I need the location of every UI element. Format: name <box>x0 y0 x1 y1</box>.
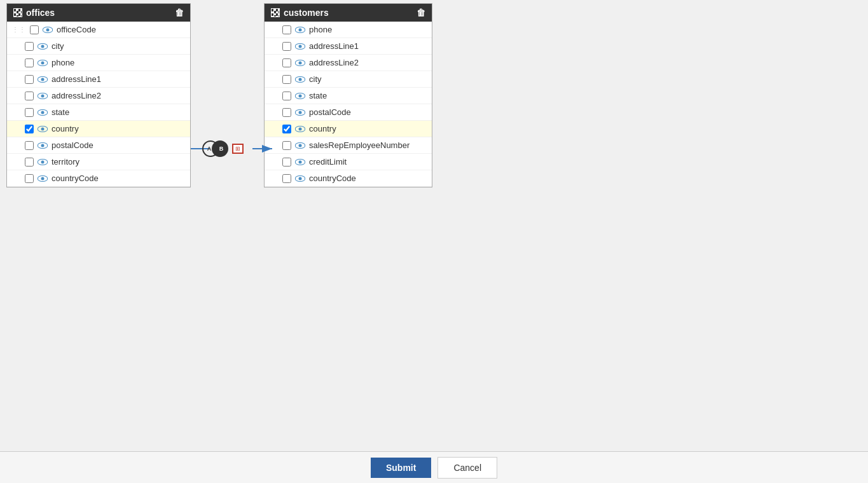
offices-field-row: addressLine2 <box>7 88 190 104</box>
customers-fields: phoneaddressLine1addressLine2citystatepo… <box>265 22 432 187</box>
field-checkbox[interactable] <box>282 25 291 34</box>
field-checkbox[interactable] <box>282 75 291 84</box>
eye-icon <box>295 60 305 66</box>
offices-field-row: territory <box>7 154 190 170</box>
field-checkbox[interactable] <box>25 158 34 167</box>
eye-icon <box>38 175 48 182</box>
offices-title: offices <box>26 8 55 18</box>
offices-panel: offices 🗑 ⋮⋮officeCodecityphoneaddressLi… <box>6 3 191 187</box>
eye-icon <box>38 126 48 132</box>
field-name-label: creditLimit <box>309 157 347 167</box>
field-checkbox[interactable] <box>282 141 291 150</box>
eye-icon <box>295 159 305 165</box>
field-name-label: phone <box>52 58 74 67</box>
customers-field-row: addressLine2 <box>265 55 432 71</box>
offices-header: offices 🗑 <box>7 4 190 22</box>
field-checkbox[interactable] <box>25 58 34 67</box>
field-checkbox[interactable] <box>25 174 34 183</box>
join-type-icon[interactable]: ⊞ <box>232 144 244 154</box>
customers-field-row: addressLine1 <box>265 38 432 55</box>
field-name-label: countryCode <box>309 173 356 183</box>
submit-button[interactable]: Submit <box>371 458 431 478</box>
customers-delete-icon[interactable]: 🗑 <box>417 8 425 18</box>
field-name-label: addressLine1 <box>309 41 359 51</box>
field-name-label: state <box>52 107 69 117</box>
field-checkbox[interactable] <box>282 125 291 133</box>
offices-field-row: postalCode <box>7 137 190 154</box>
eye-icon <box>38 76 48 83</box>
customers-field-row: postalCode <box>265 104 432 121</box>
customers-field-row: state <box>265 88 432 104</box>
customers-header-left: customers <box>271 8 329 18</box>
cancel-button[interactable]: Cancel <box>437 457 497 479</box>
offices-field-row: city <box>7 38 190 55</box>
eye-icon <box>295 142 305 149</box>
field-checkbox[interactable] <box>25 108 34 117</box>
field-checkbox[interactable] <box>25 125 34 133</box>
field-checkbox[interactable] <box>25 75 34 84</box>
customers-field-row: city <box>265 71 432 88</box>
eye-icon <box>295 76 305 83</box>
eye-icon <box>295 27 305 33</box>
field-name-label: territory <box>52 157 79 167</box>
offices-field-row: addressLine1 <box>7 71 190 88</box>
offices-delete-icon[interactable]: 🗑 <box>175 8 184 18</box>
eye-icon <box>295 93 305 99</box>
field-checkbox[interactable] <box>30 25 39 34</box>
field-name-label: city <box>309 74 322 84</box>
field-name-label: postalCode <box>52 140 93 150</box>
field-name-label: addressLine2 <box>309 58 359 67</box>
field-name-label: postalCode <box>309 107 351 117</box>
field-checkbox[interactable] <box>25 42 34 51</box>
customers-field-row: country <box>265 121 432 137</box>
field-name-label: addressLine2 <box>52 91 101 100</box>
eye-icon <box>295 175 305 182</box>
main-area: offices 🗑 ⋮⋮officeCodecityphoneaddressLi… <box>0 0 868 451</box>
offices-header-left: offices <box>13 8 55 18</box>
field-name-label: addressLine1 <box>52 74 101 84</box>
drag-handle-icon: ⋮⋮ <box>12 26 26 33</box>
bottom-bar: Submit Cancel <box>0 451 868 483</box>
field-name-label: countryCode <box>52 173 99 183</box>
field-name-label: country <box>52 124 79 133</box>
eye-icon <box>38 109 48 116</box>
customers-field-row: creditLimit <box>265 154 432 170</box>
offices-field-row: countryCode <box>7 170 190 187</box>
eye-icon <box>295 126 305 132</box>
join-node[interactable]: A B ⊞ <box>202 140 244 157</box>
customers-field-row: phone <box>265 22 432 38</box>
customers-grid-icon <box>271 8 280 17</box>
field-name-label: salesRepEmployeeNumber <box>309 140 410 150</box>
offices-field-row: ⋮⋮officeCode <box>7 22 190 38</box>
eye-icon <box>295 109 305 116</box>
eye-icon <box>38 43 48 50</box>
field-checkbox[interactable] <box>282 158 291 167</box>
field-checkbox[interactable] <box>25 141 34 150</box>
offices-field-row: state <box>7 104 190 121</box>
customers-field-row: countryCode <box>265 170 432 187</box>
customers-header: customers 🗑 <box>265 4 432 22</box>
field-checkbox[interactable] <box>25 92 34 100</box>
eye-icon <box>38 142 48 149</box>
eye-icon <box>295 43 305 50</box>
grid-icon <box>13 8 22 17</box>
field-name-label: state <box>309 91 327 100</box>
offices-field-row: phone <box>7 55 190 71</box>
field-checkbox[interactable] <box>282 174 291 183</box>
eye-icon <box>38 60 48 66</box>
field-name-label: phone <box>309 25 332 34</box>
customers-panel: customers 🗑 phoneaddressLine1addressLine… <box>264 3 432 187</box>
field-checkbox[interactable] <box>282 58 291 67</box>
eye-icon <box>43 27 53 33</box>
offices-field-row: country <box>7 121 190 137</box>
customers-title: customers <box>284 8 329 18</box>
field-checkbox[interactable] <box>282 92 291 100</box>
field-name-label: country <box>309 124 336 133</box>
field-checkbox[interactable] <box>282 108 291 117</box>
customers-field-row: salesRepEmployeeNumber <box>265 137 432 154</box>
eye-icon <box>38 159 48 165</box>
eye-icon <box>38 93 48 99</box>
field-checkbox[interactable] <box>282 42 291 51</box>
field-name-label: officeCode <box>57 25 96 34</box>
field-name-label: city <box>52 41 64 51</box>
